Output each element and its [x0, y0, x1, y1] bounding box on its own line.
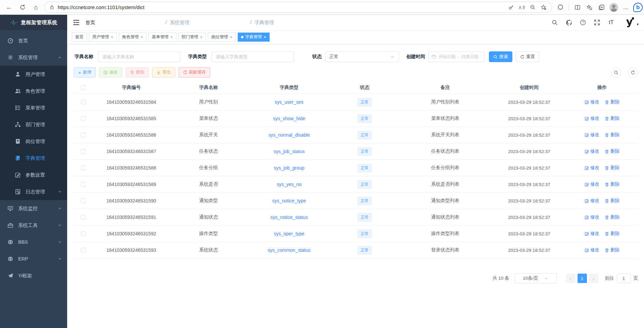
sidebar-item-post-management[interactable]: 岗位管理: [0, 133, 67, 150]
sidebar-item-user-management[interactable]: 用户管理: [0, 66, 67, 83]
add-button[interactable]: + 新增: [74, 67, 96, 78]
sidebar-item-dept-management[interactable]: 部门管理: [0, 116, 67, 133]
row-delete-link[interactable]: 删除: [605, 231, 619, 237]
next-page-button[interactable]: ›: [589, 274, 598, 283]
address-bar[interactable]: https://ccnetcore.com:1101/system/dict A: [44, 2, 552, 13]
row-edit-link[interactable]: 修改: [585, 148, 599, 154]
end-date-placeholder[interactable]: 结束日期: [461, 54, 478, 60]
dict-type-link[interactable]: sys_show_hide: [273, 116, 305, 121]
tab-dict-management[interactable]: 字典管理 ×: [238, 33, 270, 42]
browser-profile-avatar[interactable]: [609, 2, 619, 13]
row-delete-link[interactable]: 删除: [605, 247, 619, 253]
dict-type-link[interactable]: sys_notice_status: [270, 215, 308, 220]
dict-type-link[interactable]: sys_oper_type: [274, 231, 304, 236]
row-checkbox[interactable]: [81, 116, 86, 121]
browser-home-button[interactable]: ⌂: [30, 2, 42, 13]
page-size-select[interactable]: 10条/页: [515, 273, 557, 283]
reset-button[interactable]: 重置: [516, 51, 539, 62]
close-icon[interactable]: ×: [170, 35, 173, 39]
tab-role-management[interactable]: 角色管理 ×: [119, 33, 147, 42]
favorites-icon[interactable]: [585, 2, 595, 13]
toggle-search-button[interactable]: [611, 67, 621, 78]
sidebar-item-menu-management[interactable]: 菜单管理: [0, 99, 67, 116]
sidebar-item-system-tools[interactable]: 系统工具: [0, 217, 67, 234]
row-edit-link[interactable]: 修改: [585, 198, 599, 204]
row-edit-link[interactable]: 修改: [585, 181, 599, 187]
search-button[interactable]: 搜索: [489, 51, 512, 62]
row-checkbox[interactable]: [81, 248, 86, 252]
row-checkbox[interactable]: [81, 100, 86, 104]
dict-type-link[interactable]: sys_yes_no: [277, 182, 302, 187]
row-checkbox[interactable]: [81, 198, 86, 203]
row-delete-link[interactable]: 删除: [605, 132, 619, 138]
row-edit-link[interactable]: 修改: [585, 214, 599, 220]
browser-essentials-icon[interactable]: [555, 2, 565, 13]
row-delete-link[interactable]: 删除: [605, 198, 619, 204]
row-delete-link[interactable]: 删除: [605, 214, 619, 220]
zoom-out-icon[interactable]: [529, 4, 536, 11]
close-icon[interactable]: ×: [111, 35, 113, 39]
current-page-button[interactable]: 1: [578, 274, 587, 283]
browser-refresh-button[interactable]: [17, 2, 28, 13]
password-key-icon[interactable]: [507, 4, 515, 11]
close-icon[interactable]: ×: [141, 35, 143, 39]
breadcrumb-home[interactable]: 首页: [85, 19, 163, 26]
row-edit-link[interactable]: 修改: [585, 165, 599, 171]
row-delete-link[interactable]: 删除: [605, 165, 619, 171]
header-search-button[interactable]: [551, 19, 558, 26]
row-checkbox[interactable]: [81, 149, 86, 154]
delete-button[interactable]: 删除: [126, 67, 149, 78]
sidebar-item-dict-management[interactable]: 字典管理: [0, 150, 67, 167]
close-icon[interactable]: ×: [264, 35, 266, 39]
tab-dept-management[interactable]: 部门管理 ×: [178, 33, 206, 42]
sidebar-toggle-icon[interactable]: [73, 19, 80, 26]
app-logo[interactable]: 意框架管理系统: [0, 15, 67, 30]
sidebar-item-yi-framework[interactable]: Yi框架: [0, 267, 67, 284]
dict-type-link[interactable]: sys_normal_disable: [268, 132, 310, 138]
goto-page-input[interactable]: [617, 274, 631, 283]
sidebar-item-system-monitor[interactable]: 系统监控: [0, 200, 67, 217]
row-delete-link[interactable]: 删除: [605, 181, 619, 187]
row-edit-link[interactable]: 修改: [585, 99, 599, 105]
row-checkbox[interactable]: [81, 231, 86, 236]
prev-page-button[interactable]: ‹: [566, 274, 576, 283]
row-delete-link[interactable]: 删除: [605, 115, 619, 122]
row-checkbox[interactable]: [81, 182, 86, 187]
select-all-checkbox[interactable]: [81, 85, 86, 90]
sidebar-item-param-settings[interactable]: 参数设置: [0, 167, 67, 183]
dict-type-link[interactable]: sys_common_status: [268, 247, 311, 253]
export-button[interactable]: 导出: [152, 67, 175, 78]
split-screen-icon[interactable]: [572, 2, 583, 13]
refresh-table-button[interactable]: [628, 67, 638, 78]
edit-button[interactable]: 修改: [99, 67, 122, 78]
dict-type-link[interactable]: sys_job_group: [274, 165, 304, 171]
user-menu[interactable]: y ▾: [624, 17, 639, 28]
row-edit-link[interactable]: 修改: [585, 132, 599, 138]
status-select[interactable]: 正常: [325, 51, 399, 62]
row-checkbox[interactable]: [81, 133, 86, 137]
row-checkbox[interactable]: [81, 166, 86, 170]
add-favorite-icon[interactable]: [540, 4, 547, 11]
browser-back-button[interactable]: ←: [3, 2, 15, 13]
bing-chat-button[interactable]: b: [633, 2, 643, 13]
sidebar-item-role-management[interactable]: 角色管理: [0, 83, 67, 99]
sidebar-item-home[interactable]: 首页: [0, 32, 67, 49]
start-date-placeholder[interactable]: 开始日期: [439, 54, 455, 60]
row-checkbox[interactable]: [81, 215, 86, 220]
dict-name-input[interactable]: [98, 51, 180, 62]
tab-post-management[interactable]: 岗位管理 ×: [208, 33, 236, 42]
dict-type-link[interactable]: sys_job_status: [274, 149, 305, 154]
tab-home[interactable]: 首页: [72, 33, 87, 42]
dict-type-link[interactable]: sys_notice_type: [272, 198, 306, 203]
row-edit-link[interactable]: 修改: [585, 247, 599, 253]
collections-icon[interactable]: [597, 2, 607, 13]
sidebar-item-bbs[interactable]: BBS: [0, 234, 67, 250]
row-delete-link[interactable]: 删除: [605, 99, 619, 105]
font-size-button[interactable]: tT: [607, 19, 615, 26]
browser-menu-button[interactable]: …: [621, 2, 631, 13]
tab-menu-management[interactable]: 菜单管理 ×: [148, 33, 176, 42]
tab-user-management[interactable]: 用户管理 ×: [89, 33, 117, 42]
refresh-cache-button[interactable]: 刷新缓存: [179, 67, 210, 78]
sidebar-item-log-management[interactable]: 日志管理: [0, 183, 67, 200]
fullscreen-button[interactable]: [593, 19, 601, 26]
